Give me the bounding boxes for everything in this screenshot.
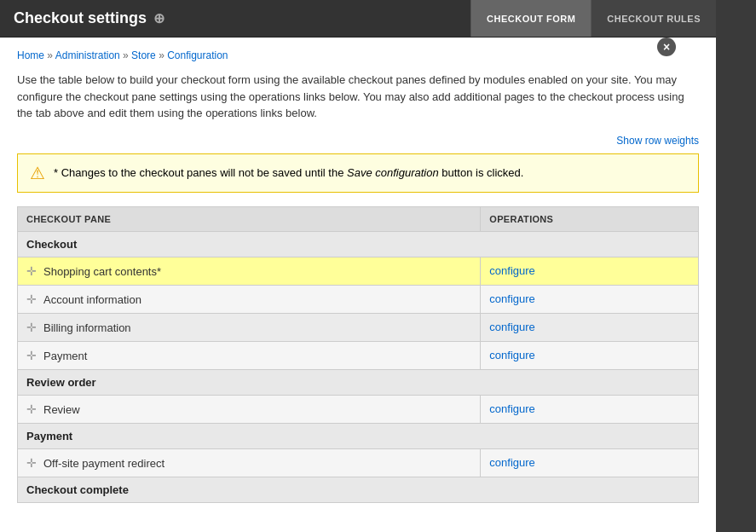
breadcrumb: Home » Administration » Store » Configur… — [17, 49, 699, 61]
page-description: Use the table below to build your checko… — [17, 72, 699, 122]
drag-handle[interactable]: ✛ — [26, 349, 37, 362]
show-row-weights-container: Show row weights — [17, 134, 699, 147]
table-row: ✛Shopping cart contents*configure — [18, 257, 699, 285]
section-header-0: Checkout — [18, 231, 699, 257]
pane-name: Off-site payment redirect — [43, 457, 164, 470]
operations-cell: configure — [481, 313, 699, 341]
breadcrumb-configuration[interactable]: Configuration — [167, 49, 228, 61]
tab-bar: CHECKOUT FORM CHECKOUT RULES — [470, 0, 716, 37]
tab-checkout-rules[interactable]: CHECKOUT RULES — [591, 0, 716, 37]
operations-cell: configure — [481, 257, 699, 285]
configure-link[interactable]: configure — [489, 349, 534, 361]
table-row: ✛Paymentconfigure — [18, 341, 699, 369]
pane-cell: ✛Review — [18, 395, 481, 423]
drag-handle[interactable]: ✛ — [26, 456, 37, 470]
drag-handle[interactable]: ✛ — [26, 264, 37, 278]
pane-cell: ✛Payment — [18, 341, 481, 369]
add-icon[interactable]: ⊕ — [153, 10, 164, 26]
content-area: Home » Administration » Store » Configur… — [0, 38, 716, 520]
table-row: ✛Billing informationconfigure — [18, 313, 699, 341]
operations-cell: configure — [481, 341, 699, 369]
operations-cell: configure — [481, 395, 699, 423]
operations-cell: configure — [481, 285, 699, 313]
table-row: ✛Reviewconfigure — [18, 395, 699, 423]
main-panel: Checkout settings ⊕ CHECKOUT FORM CHECKO… — [0, 0, 716, 532]
breadcrumb-administration[interactable]: Administration — [55, 49, 120, 61]
pane-name: Billing information — [43, 321, 131, 334]
configure-link[interactable]: configure — [489, 456, 534, 469]
pane-name: Payment — [43, 350, 87, 362]
section-header-1: Review order — [18, 369, 699, 395]
pane-cell: ✛Account information — [18, 285, 481, 313]
warning-icon: ⚠ — [30, 163, 45, 183]
breadcrumb-home[interactable]: Home — [17, 49, 44, 61]
operations-cell: configure — [481, 448, 699, 477]
checkout-table: CHECKOUT PANE OPERATIONS Checkout✛Shoppi… — [17, 206, 699, 503]
pane-name: Shopping cart contents* — [43, 265, 161, 278]
configure-link[interactable]: configure — [489, 292, 534, 305]
table-row: ✛Off-site payment redirectconfigure — [18, 448, 699, 477]
pane-cell: ✛Off-site payment redirect — [18, 448, 481, 477]
header-bar: Checkout settings ⊕ CHECKOUT FORM CHECKO… — [0, 0, 716, 38]
title-text: Checkout settings — [14, 9, 147, 27]
close-button[interactable]: × — [657, 38, 676, 56]
section-header-2: Payment — [18, 423, 699, 448]
show-row-weights-link[interactable]: Show row weights — [616, 135, 699, 147]
pane-cell: ✛Billing information — [18, 313, 481, 341]
page-title: Checkout settings ⊕ — [14, 9, 164, 27]
configure-link[interactable]: configure — [489, 264, 534, 277]
configure-link[interactable]: configure — [489, 321, 534, 333]
col-header-ops: OPERATIONS — [481, 206, 699, 231]
tab-checkout-form[interactable]: CHECKOUT FORM — [470, 0, 591, 37]
section-title: Payment — [18, 423, 699, 448]
table-row: ✛Account informationconfigure — [18, 285, 699, 313]
col-header-pane: CHECKOUT PANE — [18, 206, 481, 231]
warning-box: ⚠ * Changes to the checkout panes will n… — [17, 153, 699, 193]
pane-name: Review — [43, 403, 80, 416]
section-title: Checkout complete — [18, 477, 699, 502]
drag-handle[interactable]: ✛ — [26, 321, 37, 334]
warning-text: * Changes to the checkout panes will not… — [54, 166, 523, 179]
section-title: Checkout — [18, 231, 699, 257]
drag-handle[interactable]: ✛ — [26, 402, 37, 416]
section-header-3: Checkout complete — [18, 477, 699, 502]
pane-name: Account information — [43, 293, 141, 306]
drag-handle[interactable]: ✛ — [26, 292, 37, 306]
breadcrumb-store[interactable]: Store — [131, 49, 156, 61]
pane-cell: ✛Shopping cart contents* — [18, 257, 481, 285]
section-title: Review order — [18, 369, 699, 395]
configure-link[interactable]: configure — [489, 402, 534, 415]
right-sidebar — [716, 0, 756, 532]
